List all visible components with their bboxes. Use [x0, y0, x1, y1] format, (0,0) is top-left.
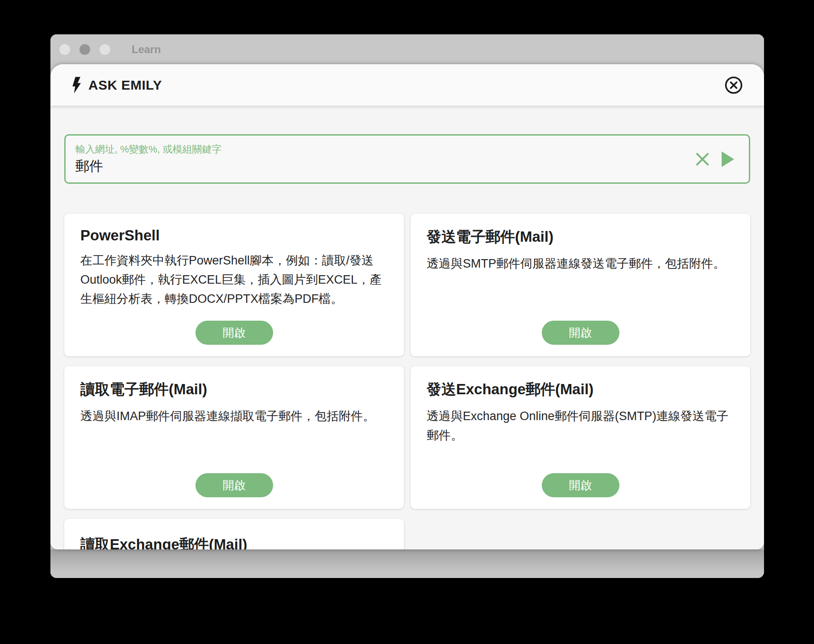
open-button[interactable]: 開啟 — [195, 321, 273, 345]
search-input[interactable]: 輸入網址, %變數%, 或模組關鍵字 郵件 — [64, 134, 750, 184]
close-button[interactable] — [724, 75, 743, 95]
search-value[interactable]: 郵件 — [75, 158, 694, 174]
module-card-read-mail: 讀取電子郵件(Mail) 透過與IMAP郵件伺服器連線擷取電子郵件，包括附件。 … — [64, 366, 404, 509]
search-placeholder-label: 輸入網址, %變數%, 或模組關鍵字 — [75, 144, 694, 155]
window-bottom-edge — [50, 549, 764, 578]
module-card-read-exchange-mail: 讀取Exchange郵件(Mail) — [64, 519, 404, 549]
lightning-icon — [71, 77, 83, 94]
screen: { "window": { "title": "Learn" }, "heade… — [0, 0, 814, 644]
content-area: 輸入網址, %變數%, 或模組關鍵字 郵件 PowerShell — [50, 106, 764, 549]
app-window: Learn ASK EMILY — [50, 34, 764, 578]
clear-icon[interactable] — [694, 151, 710, 167]
card-title: PowerShell — [80, 227, 388, 244]
titlebar: Learn — [50, 34, 764, 64]
dialog-panel: ASK EMILY 輸入網址, %變數%, 或模組關鍵字 郵件 — [50, 64, 764, 549]
module-card-powershell: PowerShell 在工作資料夾中執行PowerShell腳本，例如：讀取/發… — [64, 214, 404, 356]
window-title: Learn — [132, 43, 161, 56]
card-title: 讀取Exchange郵件(Mail) — [80, 535, 388, 549]
card-title: 發送電子郵件(Mail) — [427, 227, 734, 247]
module-card-send-mail: 發送電子郵件(Mail) 透過與SMTP郵件伺服器連線發送電子郵件，包括附件。 … — [411, 214, 750, 356]
close-circle-icon — [724, 76, 743, 95]
window-minimize-button[interactable] — [79, 44, 90, 55]
window-zoom-button[interactable] — [100, 44, 110, 55]
traffic-lights — [59, 44, 110, 55]
module-card-send-exchange-mail: 發送Exchange郵件(Mail) 透過與Exchange Online郵件伺… — [411, 366, 750, 509]
module-grid: PowerShell 在工作資料夾中執行PowerShell腳本，例如：讀取/發… — [64, 214, 750, 549]
open-button[interactable]: 開啟 — [542, 321, 619, 345]
card-description: 在工作資料夾中執行PowerShell腳本，例如：讀取/發送Outlook郵件，… — [80, 251, 388, 309]
search-texts: 輸入網址, %變數%, 或模組關鍵字 郵件 — [75, 144, 694, 175]
card-description: 透過與Exchange Online郵件伺服器(SMTP)連線發送電子郵件。 — [427, 407, 734, 445]
dialog-title: ASK EMILY — [88, 78, 162, 93]
run-icon[interactable] — [720, 151, 735, 168]
window-close-button[interactable] — [59, 44, 70, 55]
card-title: 發送Exchange郵件(Mail) — [427, 380, 734, 400]
card-description: 透過與IMAP郵件伺服器連線擷取電子郵件，包括附件。 — [80, 407, 388, 426]
open-button[interactable]: 開啟 — [542, 473, 619, 497]
dialog-header: ASK EMILY — [50, 64, 764, 106]
card-description: 透過與SMTP郵件伺服器連線發送電子郵件，包括附件。 — [427, 254, 734, 273]
card-title: 讀取電子郵件(Mail) — [80, 380, 388, 400]
open-button[interactable]: 開啟 — [195, 473, 273, 497]
